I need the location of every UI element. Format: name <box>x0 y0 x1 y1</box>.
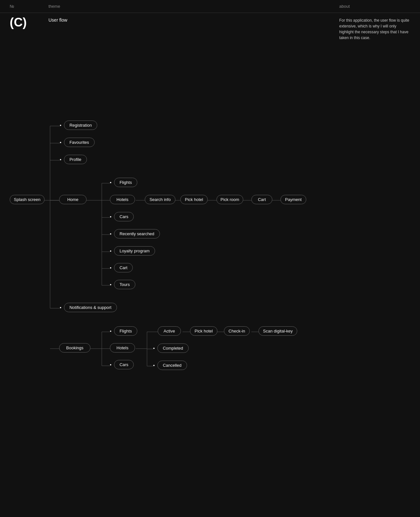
header-about: about <box>339 4 410 9</box>
check-in-node[interactable]: Check-in <box>224 326 250 336</box>
home-node[interactable]: Home <box>59 195 87 204</box>
header-theme: theme <box>48 4 339 9</box>
tours-node[interactable]: Tours <box>110 280 135 289</box>
flights-bookings-node[interactable]: Flights <box>110 326 137 336</box>
splash-screen-node[interactable]: Splash screen <box>10 195 45 204</box>
cart-main-node[interactable]: Cart <box>251 195 272 204</box>
cars-home-node[interactable]: Cars <box>110 212 134 221</box>
bookings-node[interactable]: Bookings <box>59 343 90 353</box>
page-title: User flow <box>48 16 339 23</box>
active-node[interactable]: Active <box>158 326 181 336</box>
flow-lines <box>0 47 420 500</box>
cart-home-node[interactable]: Cart <box>110 263 133 272</box>
header-nr: № <box>10 4 48 9</box>
logo-row: (C) User flow For this application, the … <box>0 13 420 41</box>
loyalty-program-node[interactable]: Loyalty program <box>110 246 155 256</box>
logo: (C) <box>10 16 48 28</box>
scan-digital-key-node[interactable]: Scan digital-key <box>258 326 297 336</box>
pick-hotel-node[interactable]: Pick hotel <box>180 195 208 204</box>
registration-node[interactable]: Registration <box>60 121 97 130</box>
about-text: For this application, the user flow is q… <box>339 16 410 41</box>
completed-node[interactable]: Completed <box>153 343 189 353</box>
header: № theme about <box>0 0 420 13</box>
payment-node[interactable]: Payment <box>280 195 306 204</box>
cancelled-node[interactable]: Cancelled <box>153 361 187 370</box>
notifications-node[interactable]: Notifications & support <box>60 303 117 312</box>
hotels-bookings-node[interactable]: Hotels <box>110 343 135 353</box>
flights-home-node[interactable]: Flights <box>110 178 137 187</box>
hotels-home-node[interactable]: Hotels <box>110 195 135 204</box>
diagram: Splash screen Home Registration Favourit… <box>0 47 420 500</box>
pick-room-node[interactable]: Pick room <box>216 195 243 204</box>
recently-searched-node[interactable]: Recently searched <box>110 229 160 238</box>
cars-bookings-node[interactable]: Cars <box>110 360 134 369</box>
pick-hotel-bookings-node[interactable]: Pick hotel <box>190 326 217 336</box>
favourites-node[interactable]: Favourites <box>60 138 95 147</box>
search-info-node[interactable]: Search info <box>145 195 175 204</box>
profile-node[interactable]: Profile <box>60 155 87 164</box>
